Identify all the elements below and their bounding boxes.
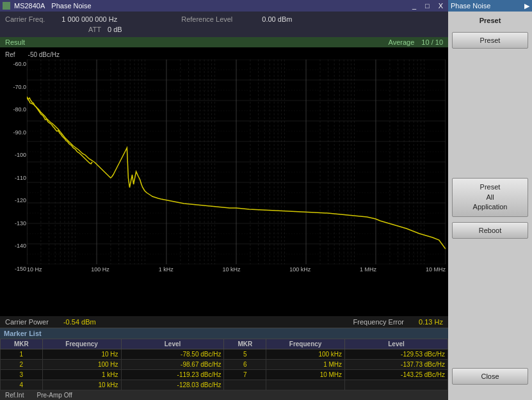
x-label-10mhz: 10 MHz [426,266,446,273]
sidebar-title-bar: Phase Noise ▶ [448,0,532,12]
maximize-button[interactable]: □ [423,2,432,10]
marker-table-body: 1 10 Hz -78.50 dBc/Hz 5 100 kHz -129.53 … [1,349,448,390]
average-label: Average [389,38,415,46]
freq-8 [266,380,345,390]
y-label-4: -100 [4,152,26,158]
average-value: 10 / 10 [421,38,443,46]
level-4: -128.03 dBc/Hz [121,380,224,390]
reboot-button[interactable]: Reboot [452,222,528,239]
sidebar-title: Phase Noise [451,2,490,10]
col-freq-left: Frequency [42,339,121,349]
mkr-6: 6 [224,360,266,370]
title-bar: MS2840A Phase Noise _ □ X [0,0,448,12]
x-label-1khz: 1 kHz [159,266,173,273]
header-row-1: Carrier Freq. 1 000 000 000 Hz Reference… [5,14,443,24]
chart-container: Ref -50 dBc/Hz -60.0 -70.0 -80.0 -90.0 -… [0,47,448,316]
ref-level-value: 0.00 dBm [262,15,292,23]
att-label: ATT [88,26,101,33]
result-bar: Result Average 10 / 10 [0,37,448,47]
y-label-5: -110 [4,175,26,181]
mkr-5: 5 [224,349,266,360]
chart-inner: 10 Hz 100 Hz 1 kHz 10 kHz 100 kHz 1 MHz … [27,60,446,273]
ref-level-item: Reference Level 0.00 dBm [181,15,292,23]
freq-2: 100 Hz [42,360,121,370]
ref-int-status: Ref.Int [5,392,24,399]
y-label-9: -150 [4,266,26,272]
y-label-2: -80.0 [4,106,26,113]
col-mkr-left: MKR [1,339,43,349]
freq-6: 1 MHz [266,360,345,370]
close-button[interactable]: Close [452,368,528,385]
freq-error-display: Frequency Error 0.13 Hz [353,318,443,326]
att-value: 0 dB [108,26,122,33]
y-label-1: -70.0 [4,84,26,90]
marker-table-header-row: MKR Frequency Level MKR Frequency Level [1,339,448,349]
y-label-3: -90.0 [4,129,26,136]
y-label-6: -120 [4,197,26,204]
mkr-8 [224,380,266,390]
ref-label: Ref [5,51,15,58]
minimize-button[interactable]: _ [410,2,419,10]
carrier-power-row: Carrier Power -0.54 dBm Frequency Error … [0,316,448,328]
carrier-freq-value: 1 000 000 000 Hz [61,15,117,23]
x-axis-labels: 10 Hz 100 Hz 1 kHz 10 kHz 100 kHz 1 MHz … [27,266,446,273]
status-bar: Ref.Int Pre-Amp Off [0,390,448,400]
x-label-10khz: 10 kHz [222,266,240,273]
level-8 [345,380,448,390]
col-level-right: Level [345,339,448,349]
carrier-power-label: Carrier Power [5,318,49,326]
close-button[interactable]: X [436,2,446,10]
freq-error-value: 0.13 Hz [419,318,443,326]
marker-table: MKR Frequency Level MKR Frequency Level … [0,339,448,390]
marker-header: Marker List [0,328,448,339]
att-item: ATT 0 dB [88,26,122,33]
window-title: Phase Noise [51,2,91,10]
mkr-7: 7 [224,370,266,380]
phase-noise-chart [27,60,446,264]
level-7: -143.25 dBc/Hz [345,370,448,380]
y-label-0: -60.0 [4,61,26,67]
level-5: -129.53 dBc/Hz [345,349,448,360]
mkr-3: 3 [1,370,43,380]
sidebar-icon: ▶ [524,2,529,10]
freq-4: 10 kHz [42,380,121,390]
col-mkr-right: MKR [224,339,266,349]
y-axis-labels: -60.0 -70.0 -80.0 -90.0 -100 -110 -120 -… [3,60,27,273]
preset-all-button[interactable]: Preset All Application [452,178,528,216]
header-section: Carrier Freq. 1 000 000 000 Hz Reference… [0,12,448,37]
level-1: -78.50 dBc/Hz [121,349,224,360]
freq-3: 1 kHz [42,370,121,380]
result-label: Result [5,38,25,46]
carrier-freq-label: Carrier Freq. [5,15,45,23]
average-display: Average 10 / 10 [389,38,443,46]
marker-list-title: Marker List [4,330,42,337]
pre-amp-status: Pre-Amp Off [36,392,72,399]
main-area: MS2840A Phase Noise _ □ X Carrier Freq. … [0,0,448,400]
header-row-2: ATT 0 dB [5,24,443,35]
preset-button[interactable]: Preset [452,32,528,49]
mkr-4: 4 [1,380,43,390]
col-freq-right: Frequency [266,339,345,349]
marker-section: Marker List MKR Frequency Level MKR Freq… [0,328,448,390]
y-label-8: -140 [4,243,26,249]
x-label-1mhz: 1 MHz [360,266,376,273]
level-2: -98.67 dBc/Hz [121,360,224,370]
chart-wrapper: -60.0 -70.0 -80.0 -90.0 -100 -110 -120 -… [3,60,446,273]
carrier-power-display: Carrier Power -0.54 dBm [5,318,96,326]
freq-1: 10 Hz [42,349,121,360]
sidebar: Phase Noise ▶ Preset Preset Preset All A… [448,0,532,400]
mkr-1: 1 [1,349,43,360]
freq-5: 100 kHz [266,349,345,360]
freq-error-label: Frequency Error [353,318,404,326]
mkr-2: 2 [1,360,43,370]
x-label-10hz: 10 Hz [27,266,42,273]
level-3: -119.23 dBc/Hz [121,370,224,380]
sidebar-preset-label: Preset [448,14,532,27]
table-row: 4 10 kHz -128.03 dBc/Hz [1,380,448,390]
chart-info: Ref -50 dBc/Hz [3,50,446,60]
y-label-7: -130 [4,220,26,227]
level-6: -137.73 dBc/Hz [345,360,448,370]
app-name: MS2840A [14,2,45,10]
app-icon [3,2,10,10]
carrier-freq-item: Carrier Freq. 1 000 000 000 Hz [5,15,117,23]
